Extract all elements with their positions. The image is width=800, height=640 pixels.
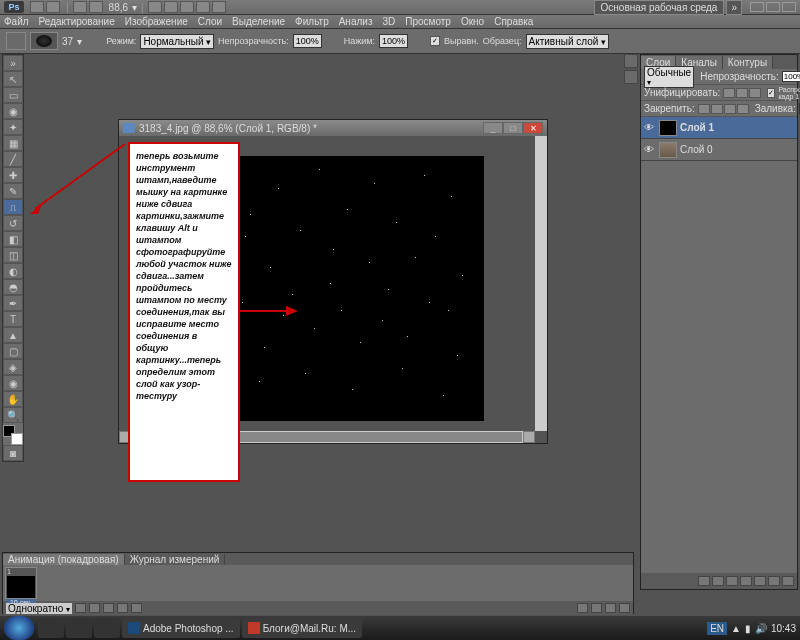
new-layer-icon[interactable] — [768, 576, 780, 586]
tray-network-icon[interactable]: ▮ — [745, 623, 751, 634]
flow-input[interactable]: 100% — [379, 34, 408, 48]
zoom-icon[interactable] — [164, 1, 178, 13]
sample-select[interactable]: Активный слой ▾ — [526, 34, 609, 49]
tween-icon[interactable] — [577, 603, 588, 613]
crop-tool[interactable]: ▦ — [3, 135, 23, 151]
brush-tool[interactable]: ✎ — [3, 183, 23, 199]
lock-trans-icon[interactable] — [698, 104, 710, 114]
bridge-icon[interactable] — [30, 1, 44, 13]
window-close-icon[interactable] — [782, 2, 796, 12]
taskbar-app-photoshop[interactable]: Adobe Photoshop ... — [122, 618, 240, 638]
gradient-tool[interactable]: ◫ — [3, 247, 23, 263]
menu-edit[interactable]: Редактирование — [39, 16, 115, 27]
next-frame-icon[interactable] — [117, 603, 128, 613]
taskbar-app-opera[interactable]: Блоги@Mail.Ru: М... — [242, 618, 362, 638]
layer-fx-icon[interactable] — [712, 576, 724, 586]
visibility-icon[interactable]: 👁 — [644, 144, 656, 155]
workspace-more-icon[interactable]: » — [726, 0, 742, 15]
airbrush-icon[interactable] — [412, 34, 426, 48]
menu-view[interactable]: Просмотр — [405, 16, 451, 27]
tab-animation[interactable]: Анимация (покадровая) — [3, 554, 125, 565]
menu-select[interactable]: Выделение — [232, 16, 285, 27]
brush-preview[interactable] — [30, 32, 58, 50]
layer-thumbnail[interactable] — [659, 120, 677, 136]
3d-tool[interactable]: ◈ — [3, 359, 23, 375]
play-icon[interactable] — [103, 603, 114, 613]
doc-minimize-icon[interactable]: _ — [483, 122, 503, 134]
tab-measurement[interactable]: Журнал измерений — [125, 554, 226, 565]
menu-help[interactable]: Справка — [494, 16, 533, 27]
type-tool[interactable]: T — [3, 311, 23, 327]
window-restore-icon[interactable] — [766, 2, 780, 12]
history-brush-tool[interactable]: ↺ — [3, 215, 23, 231]
layer-name[interactable]: Слой 0 — [680, 144, 713, 155]
pen-tool[interactable]: ✒ — [3, 295, 23, 311]
start-button[interactable] — [4, 616, 34, 640]
lock-all-icon[interactable] — [737, 104, 749, 114]
layer-thumbnail[interactable] — [659, 142, 677, 158]
zoom-dropdown-icon[interactable]: ▾ — [132, 2, 137, 13]
dock-icon[interactable] — [624, 54, 638, 68]
shape-tool[interactable]: ▢ — [3, 343, 23, 359]
clone-stamp-tool[interactable]: ⎍ — [3, 199, 23, 215]
aligned-checkbox[interactable]: ✓ — [430, 36, 440, 46]
quickmask-tool[interactable]: ◙ — [3, 445, 23, 461]
last-frame-icon[interactable] — [131, 603, 142, 613]
eraser-tool[interactable]: ◧ — [3, 231, 23, 247]
clock[interactable]: 10:43 — [771, 623, 796, 634]
workspace-switcher[interactable]: Основная рабочая среда — [594, 0, 725, 15]
propagate-checkbox[interactable]: ✓ — [767, 88, 775, 98]
eyedropper-tool[interactable]: ╱ — [3, 151, 23, 167]
healing-tool[interactable]: ✚ — [3, 167, 23, 183]
hand-icon[interactable] — [148, 1, 162, 13]
color-swatches[interactable] — [3, 425, 23, 445]
hand-tool[interactable]: ✋ — [3, 391, 23, 407]
window-minimize-icon[interactable] — [750, 2, 764, 12]
document-titlebar[interactable]: 3183_4.jpg @ 88,6% (Слой 1, RGB/8) * _ □… — [119, 120, 547, 136]
zoom-value[interactable]: 88,6 — [109, 2, 128, 13]
tray-flag-icon[interactable]: ▲ — [731, 623, 741, 634]
menu-window[interactable]: Окно — [461, 16, 484, 27]
tab-paths[interactable]: Контуры — [723, 56, 773, 69]
lock-pixels-icon[interactable] — [711, 104, 723, 114]
pressure-opacity-icon[interactable] — [326, 34, 340, 48]
convert-timeline-icon[interactable] — [619, 603, 630, 613]
move-tool[interactable]: ↖ — [3, 71, 23, 87]
toolbox-handle[interactable]: » — [3, 55, 23, 71]
layer-row[interactable]: 👁 Слой 0 — [641, 139, 797, 161]
blur-tool[interactable]: ◐ — [3, 263, 23, 279]
loop-select[interactable]: Однократно ▾ — [6, 603, 72, 614]
pinned-explorer-icon[interactable] — [66, 618, 92, 638]
zoom-tool[interactable]: 🔍 — [3, 407, 23, 423]
brush-dropdown-icon[interactable]: ▾ — [77, 36, 82, 47]
unify-style-icon[interactable] — [749, 88, 761, 98]
layer-mask-icon[interactable] — [726, 576, 738, 586]
delete-layer-icon[interactable] — [782, 576, 794, 586]
menu-filter[interactable]: Фильтр — [295, 16, 329, 27]
wand-tool[interactable]: ✦ — [3, 119, 23, 135]
menu-analysis[interactable]: Анализ — [339, 16, 373, 27]
pinned-media-icon[interactable] — [94, 618, 120, 638]
opacity-input[interactable]: 100% — [782, 71, 800, 82]
menu-3d[interactable]: 3D — [382, 16, 395, 27]
screenmode-icon[interactable] — [212, 1, 226, 13]
doc-maximize-icon[interactable]: □ — [503, 122, 523, 134]
vertical-scrollbar[interactable] — [535, 136, 547, 431]
blend-mode-select[interactable]: Нормальный ▾ — [140, 34, 214, 49]
tool-preset-icon[interactable] — [6, 32, 26, 50]
arrange-icon[interactable] — [196, 1, 210, 13]
minibridge-icon[interactable] — [46, 1, 60, 13]
background-swatch[interactable] — [11, 433, 23, 445]
path-select-tool[interactable]: ▲ — [3, 327, 23, 343]
layer-name[interactable]: Слой 1 — [680, 122, 714, 133]
layer-group-icon[interactable] — [754, 576, 766, 586]
doc-close-icon[interactable]: ✕ — [523, 122, 543, 134]
lock-pos-icon[interactable] — [724, 104, 736, 114]
rotate-icon[interactable] — [180, 1, 194, 13]
dock-icon[interactable] — [624, 70, 638, 84]
link-layers-icon[interactable] — [698, 576, 710, 586]
brush-panel-icon[interactable] — [86, 33, 102, 49]
view-grid-icon[interactable] — [89, 1, 103, 13]
menu-file[interactable]: Файл — [4, 16, 29, 27]
pinned-ie-icon[interactable] — [38, 618, 64, 638]
